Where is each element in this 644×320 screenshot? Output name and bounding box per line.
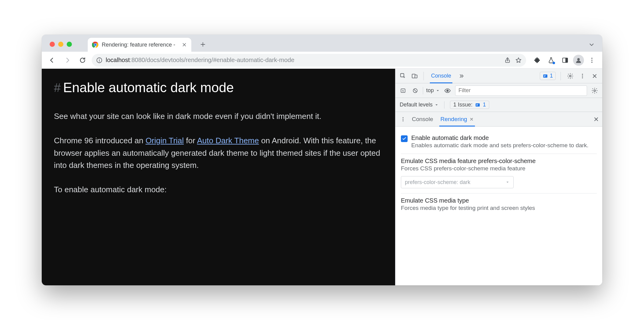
drawer-menu-icon[interactable] <box>398 115 408 124</box>
setting-title: Emulate CSS media feature prefers-color-… <box>401 158 597 165</box>
chrome-menu-button[interactable] <box>586 54 598 66</box>
minimize-window-button[interactable] <box>58 42 63 47</box>
auto-dark-theme-link[interactable]: Auto Dark Theme <box>197 136 259 145</box>
svg-rect-18 <box>543 74 547 78</box>
address-bar[interactable]: localhost:8080/docs/devtools/rendering/#… <box>92 54 526 67</box>
drawer-tabbar: Console Rendering <box>395 112 602 127</box>
svg-rect-29 <box>476 103 480 106</box>
device-toolbar-icon[interactable] <box>410 71 419 81</box>
svg-rect-31 <box>476 105 478 106</box>
prefers-color-scheme-select[interactable]: prefers-color-scheme: dark <box>401 176 514 188</box>
svg-point-13 <box>591 60 593 61</box>
svg-point-33 <box>403 119 404 120</box>
issues-link[interactable]: 1 Issue: 1 <box>450 101 489 109</box>
devtools-main-tabbar: Console 1 <box>395 69 602 83</box>
webpage: # Enable automatic dark mode See what yo… <box>42 69 395 285</box>
setting-prefers-color-scheme: Emulate CSS media feature prefers-color-… <box>401 154 597 193</box>
svg-point-21 <box>569 75 571 77</box>
rendering-panel: Enable automatic dark mode Enables autom… <box>395 127 602 285</box>
svg-rect-17 <box>415 75 417 78</box>
origin-trial-link[interactable]: Origin Trial <box>146 136 184 145</box>
console-filter-row: Default levels 1 Issue: 1 <box>395 98 602 112</box>
instructions-paragraph: To enable automatic dark mode: <box>54 183 383 196</box>
checkbox-auto-dark[interactable] <box>401 135 408 142</box>
setting-description: Enables automatic dark mode and sets pre… <box>411 142 589 149</box>
svg-point-34 <box>403 120 404 121</box>
console-settings-icon[interactable] <box>590 86 599 95</box>
log-levels-selector[interactable]: Default levels <box>400 102 439 108</box>
more-tabs-icon[interactable] <box>457 71 466 81</box>
svg-rect-7 <box>99 60 100 62</box>
page-heading: # Enable automatic dark mode <box>54 77 383 98</box>
close-window-button[interactable] <box>50 42 55 47</box>
tab-strip: Rendering: feature reference - <box>42 35 602 52</box>
live-expression-icon[interactable] <box>443 86 452 95</box>
svg-point-4 <box>94 44 96 46</box>
tab-title: Rendering: feature reference - <box>102 42 179 48</box>
labs-icon[interactable] <box>545 54 557 66</box>
tabs-menu-button[interactable] <box>588 41 598 48</box>
svg-rect-20 <box>544 76 545 77</box>
new-tab-button[interactable] <box>197 38 209 50</box>
svg-point-14 <box>591 61 593 63</box>
setting-title: Enable automatic dark mode <box>411 134 589 141</box>
maximize-window-button[interactable] <box>67 42 72 47</box>
close-tab-icon[interactable] <box>469 117 474 121</box>
svg-point-32 <box>403 117 404 118</box>
console-sidebar-toggle-icon[interactable] <box>398 86 408 95</box>
inspect-element-icon[interactable] <box>398 71 408 81</box>
tab-console[interactable]: Console <box>428 69 454 83</box>
intro-paragraph: See what your site can look like in dark… <box>54 110 383 122</box>
reload-button[interactable] <box>76 54 89 66</box>
console-toolbar: top <box>395 83 602 98</box>
setting-description: Forces CSS prefers-color-scheme media fe… <box>401 165 597 172</box>
svg-point-22 <box>582 74 583 75</box>
svg-point-12 <box>591 57 593 59</box>
devtools-menu-icon[interactable] <box>578 71 587 81</box>
close-devtools-icon[interactable] <box>590 71 599 81</box>
svg-point-27 <box>446 89 448 92</box>
content-area: # Enable automatic dark mode See what yo… <box>42 69 602 285</box>
heading-text: Enable automatic dark mode <box>63 77 234 98</box>
body-paragraph: Chrome 96 introduced an Origin Trial for… <box>54 134 383 171</box>
profile-avatar[interactable] <box>573 55 584 66</box>
chevron-down-icon <box>505 180 510 184</box>
chrome-favicon-icon <box>92 41 99 48</box>
browser-tab[interactable]: Rendering: feature reference - <box>88 38 191 52</box>
svg-rect-30 <box>476 104 478 105</box>
settings-gear-icon[interactable] <box>566 71 575 81</box>
window-controls <box>46 42 76 52</box>
setting-description: Forces media type for testing print and … <box>401 205 597 211</box>
side-panel-icon[interactable] <box>559 54 571 66</box>
browser-window: Rendering: feature reference - lo <box>42 35 602 285</box>
svg-rect-19 <box>544 75 546 76</box>
devtools-panel: Console 1 <box>395 69 602 285</box>
console-filter-input[interactable] <box>455 85 587 96</box>
svg-point-28 <box>594 90 596 92</box>
anchor-hash-icon: # <box>54 78 61 97</box>
setting-enable-auto-dark: Enable automatic dark mode Enables autom… <box>401 131 597 154</box>
close-drawer-icon[interactable] <box>593 116 599 122</box>
setting-media-type: Emulate CSS media type Forces media type… <box>401 193 597 216</box>
drawer-tab-rendering[interactable]: Rendering <box>437 112 477 126</box>
issues-indicator[interactable]: 1 <box>540 72 556 80</box>
share-icon[interactable] <box>504 57 511 64</box>
svg-rect-10 <box>565 58 568 62</box>
drawer-tab-console[interactable]: Console <box>409 112 436 126</box>
svg-point-6 <box>99 59 100 59</box>
site-info-icon[interactable] <box>96 57 103 64</box>
close-tab-icon[interactable] <box>182 42 187 47</box>
extensions-icon[interactable] <box>531 54 543 66</box>
setting-title: Emulate CSS media type <box>401 197 597 204</box>
svg-point-23 <box>582 75 583 76</box>
toolbar-right <box>529 54 598 66</box>
bookmark-star-icon[interactable] <box>515 57 522 64</box>
url-text: localhost:8080/docs/devtools/rendering/#… <box>106 57 501 64</box>
back-button[interactable] <box>46 54 58 66</box>
svg-point-24 <box>582 77 583 78</box>
browser-toolbar: localhost:8080/docs/devtools/rendering/#… <box>42 52 602 69</box>
forward-button[interactable] <box>61 54 73 66</box>
clear-console-icon[interactable] <box>411 86 420 95</box>
context-selector[interactable]: top <box>426 87 440 94</box>
svg-point-11 <box>577 58 580 61</box>
